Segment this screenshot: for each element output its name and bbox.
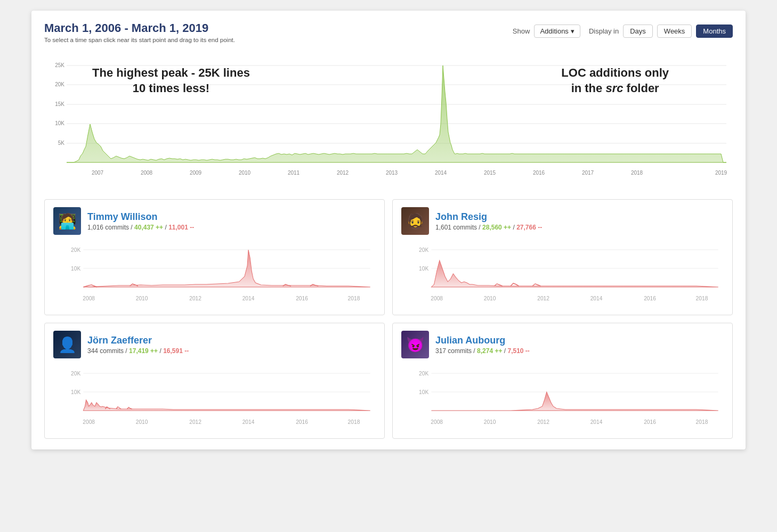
svg-text:2012: 2012 [189,296,201,301]
deletions-1: 27,766 -- [516,224,542,231]
contributor-chart-3: 20K 10K 2008 2010 2012 2014 2016 2018 [401,363,724,432]
svg-text:2010: 2010 [484,296,496,301]
commits-1: 1,601 commits [435,224,477,231]
svg-text:2008: 2008 [431,296,443,301]
svg-text:2012: 2012 [537,296,549,301]
svg-text:2016: 2016 [644,296,656,301]
avatar-1: 🧔 [401,207,429,235]
svg-text:2010: 2010 [484,419,496,425]
date-range-title: March 1, 2006 - March 1, 2019 [44,21,235,35]
svg-text:15K: 15K [55,101,64,107]
header: March 1, 2006 - March 1, 2019 To select … [44,21,733,43]
svg-text:2016: 2016 [296,296,308,301]
contributor-name-2: Jörn Zaefferer [87,335,189,346]
commits-3: 317 commits [435,347,472,355]
commits-2: 344 commits [87,347,124,355]
contributor-chart-2: 20K 10K 2008 2010 2012 2014 2016 2018 [53,363,376,432]
months-button[interactable]: Months [696,24,733,38]
svg-text:25K: 25K [55,62,64,68]
card-info-3: Julian Aubourg 317 commits / 8,274 ++ / … [435,335,530,355]
svg-text:2016: 2016 [296,419,308,425]
contributor-stats-3: 317 commits / 8,274 ++ / 7,510 -- [435,347,530,355]
contributor-card-2: 👤 Jörn Zaefferer 344 commits / 17,419 ++… [44,323,385,439]
card-info-2: Jörn Zaefferer 344 commits / 17,419 ++ /… [87,335,189,355]
deletions-2: 16,591 -- [163,347,189,355]
svg-text:2010: 2010 [136,419,148,425]
contributor-stats-0: 1,016 commits / 40,437 ++ / 11,001 -- [87,224,194,231]
contributors-grid: 🧑‍💻 Timmy Willison 1,016 commits / 40,43… [44,199,733,439]
annotation-right: LOC additions onlyin the src folder [561,66,669,96]
svg-text:2012: 2012 [337,170,349,176]
contributor-card-0: 🧑‍💻 Timmy Willison 1,016 commits / 40,43… [44,199,385,315]
svg-text:2008: 2008 [431,419,443,425]
additions-2: 17,419 ++ [129,347,158,355]
svg-text:2009: 2009 [190,170,202,176]
deletions-3: 7,510 -- [507,347,529,355]
svg-text:10K: 10K [71,266,80,272]
card-info-1: John Resig 1,601 commits / 28,560 ++ / 2… [435,211,542,231]
avatar-3: 😈 [401,331,429,358]
svg-text:2018: 2018 [348,419,360,425]
chevron-down-icon: ▾ [571,27,574,35]
svg-text:2014: 2014 [590,296,603,301]
main-chart-container: 25K 20K 15K 10K 5K 2007 2008 2009 2010 2… [44,50,733,191]
svg-text:2010: 2010 [239,170,251,176]
show-dropdown[interactable]: Additions ▾ [534,24,580,38]
svg-text:2013: 2013 [386,170,398,176]
svg-text:5K: 5K [58,140,65,146]
card-header-1: 🧔 John Resig 1,601 commits / 28,560 ++ /… [401,207,724,235]
svg-text:2018: 2018 [696,419,708,425]
svg-text:2015: 2015 [484,170,496,176]
svg-text:10K: 10K [419,389,428,395]
svg-text:2016: 2016 [533,170,545,176]
additions-0: 40,437 ++ [134,224,163,231]
svg-text:2008: 2008 [141,170,153,176]
svg-text:2014: 2014 [435,170,447,176]
subtitle: To select a time span click near its sta… [44,37,235,43]
svg-text:10K: 10K [71,389,80,395]
header-left: March 1, 2006 - March 1, 2019 To select … [44,21,235,43]
card-header-0: 🧑‍💻 Timmy Willison 1,016 commits / 40,43… [53,207,376,235]
svg-text:2008: 2008 [83,419,95,425]
days-button[interactable]: Days [623,24,653,38]
svg-text:20K: 20K [55,81,64,87]
weeks-button[interactable]: Weeks [657,24,692,38]
contributor-chart-1: 20K 10K 2008 2010 2012 2014 2016 2018 [401,239,724,308]
contributor-chart-0: 20K 10K 2008 2010 2012 2014 2016 2018 [53,239,376,308]
svg-text:2012: 2012 [537,419,549,425]
svg-text:2010: 2010 [136,296,148,301]
svg-text:20K: 20K [419,247,428,253]
svg-text:2012: 2012 [189,419,201,425]
commits-0: 1,016 commits [87,224,129,231]
card-header-3: 😈 Julian Aubourg 317 commits / 8,274 ++ … [401,331,724,358]
card-info-0: Timmy Willison 1,016 commits / 40,437 ++… [87,211,194,231]
contributor-name-0: Timmy Willison [87,211,194,223]
svg-text:2014: 2014 [242,296,255,301]
contributor-card-3: 😈 Julian Aubourg 317 commits / 8,274 ++ … [392,323,733,439]
svg-text:2018: 2018 [348,296,360,301]
contributor-name-1: John Resig [435,211,542,223]
additions-1: 28,560 ++ [482,224,511,231]
svg-text:20K: 20K [71,371,80,377]
annotation-left: The highest peak - 25K lines10 times les… [92,66,250,96]
deletions-0: 11,001 -- [168,224,194,231]
svg-text:2019: 2019 [715,170,727,176]
contributor-stats-1: 1,601 commits / 28,560 ++ / 27,766 -- [435,224,542,231]
main-container: March 1, 2006 - March 1, 2019 To select … [31,11,746,449]
card-header-2: 👤 Jörn Zaefferer 344 commits / 17,419 ++… [53,331,376,358]
header-controls: Show Additions ▾ Display in Days Weeks M… [513,24,733,38]
avatar-2: 👤 [53,331,81,358]
contributor-name-3: Julian Aubourg [435,335,530,346]
svg-text:2014: 2014 [590,419,603,425]
svg-text:2007: 2007 [92,170,104,176]
avatar-0: 🧑‍💻 [53,207,81,235]
svg-text:20K: 20K [71,247,80,253]
show-value: Additions [540,27,568,35]
additions-3: 8,274 ++ [477,347,502,355]
svg-text:20K: 20K [419,371,428,377]
svg-text:2018: 2018 [631,170,643,176]
svg-text:2011: 2011 [288,170,300,176]
svg-text:2018: 2018 [696,296,708,301]
svg-text:2014: 2014 [242,419,255,425]
svg-text:10K: 10K [55,120,64,126]
